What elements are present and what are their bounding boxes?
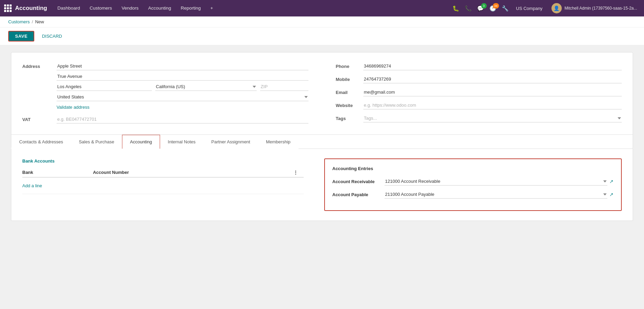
address-fields: California (US) United States Validate a… xyxy=(57,62,308,111)
clock-badge: 34 xyxy=(493,3,499,9)
avatar: 👤 xyxy=(551,3,562,13)
app-title: Accounting xyxy=(15,5,47,12)
grid-icon xyxy=(4,4,12,12)
address-label: Address xyxy=(22,62,57,69)
add-bank-line-link[interactable]: Add a line xyxy=(22,180,42,191)
website-input[interactable] xyxy=(363,101,622,109)
accounting-entries-title: Accounting Entries xyxy=(332,166,614,171)
zip-input[interactable] xyxy=(260,83,308,91)
user-name: Mitchell Admin (17397560-saas-15-2a... xyxy=(564,6,637,11)
phone-label: Phone xyxy=(336,64,363,69)
nav-icons: 🐛 📞 💬 3 🕐 34 🔧 US Company 👤 Mitchell Adm… xyxy=(451,2,640,15)
wrench-icon-btn[interactable]: 🔧 xyxy=(500,4,510,13)
form-card: Address California (US) xyxy=(11,52,633,149)
contact-section: Phone Mobile Email Website Tags xyxy=(336,62,622,128)
account-receivable-select[interactable]: 121000 Account Receivable xyxy=(385,177,608,186)
account-receivable-external-link-icon[interactable]: ↗ xyxy=(609,179,613,184)
website-row: Website xyxy=(336,101,622,109)
nav-customers[interactable]: Customers xyxy=(85,0,117,16)
discard-button[interactable]: DISCARD xyxy=(38,32,65,41)
breadcrumb-separator: / xyxy=(32,19,33,24)
street1-input[interactable] xyxy=(57,62,308,70)
phone-row: Phone xyxy=(336,62,622,70)
breadcrumb-current: New xyxy=(35,19,44,24)
bug-icon-btn[interactable]: 🐛 xyxy=(451,4,461,13)
country-row: United States xyxy=(57,93,308,101)
save-button[interactable]: SAVE xyxy=(8,31,34,41)
nav-plus[interactable]: + xyxy=(206,0,218,16)
mobile-label: Mobile xyxy=(336,77,363,82)
vat-input[interactable] xyxy=(57,115,308,123)
account-payable-select[interactable]: 211000 Account Payable xyxy=(385,190,608,199)
vat-fields xyxy=(57,115,308,123)
account-payable-row: Account Payable 211000 Account Payable ↗ xyxy=(332,190,614,199)
table-row: Add a line xyxy=(22,177,304,194)
city-zip-row: California (US) xyxy=(57,83,308,91)
state-select[interactable]: California (US) xyxy=(155,83,257,91)
website-label: Website xyxy=(336,103,363,108)
account-payable-external-link-icon[interactable]: ↗ xyxy=(609,192,613,197)
tab-internal-notes[interactable]: Internal Notes xyxy=(160,135,204,149)
bank-table: Bank Account Number ⋮ Add a line xyxy=(22,168,304,194)
nav-dashboard[interactable]: Dashboard xyxy=(53,0,85,16)
nav-items: Dashboard Customers Vendors Accounting R… xyxy=(53,0,451,16)
vat-row: VAT xyxy=(22,115,308,123)
bank-accounts-section: Bank Accounts Bank Account Number ⋮ Add … xyxy=(22,158,304,211)
nav-reporting[interactable]: Reporting xyxy=(176,0,206,16)
user-menu[interactable]: 👤 Mitchell Admin (17397560-saas-15-2a... xyxy=(549,2,640,15)
accounting-entries-section: Accounting Entries Account Receivable 12… xyxy=(324,158,622,211)
app-logo[interactable]: Accounting xyxy=(4,4,47,12)
tags-select[interactable]: Tags... xyxy=(363,114,622,122)
top-navigation: Accounting Dashboard Customers Vendors A… xyxy=(0,0,644,16)
bank-col-bank: Bank xyxy=(22,168,93,177)
tab-partner-assignment[interactable]: Partner Assignment xyxy=(204,135,258,149)
account-receivable-wrap: 121000 Account Receivable ↗ xyxy=(385,177,614,186)
tab-content-accounting: Bank Accounts Bank Account Number ⋮ Add … xyxy=(11,149,633,221)
messages-badge: 3 xyxy=(481,3,487,9)
breadcrumb: Customers / New xyxy=(0,16,644,27)
vat-label: VAT xyxy=(22,115,57,122)
phone-input[interactable] xyxy=(363,62,622,70)
city-input[interactable] xyxy=(57,83,152,91)
breadcrumb-parent[interactable]: Customers xyxy=(8,19,30,24)
clock-icon-btn[interactable]: 🕐 34 xyxy=(488,4,498,13)
address-section: Address California (US) xyxy=(22,62,308,128)
tags-row: Tags Tags... xyxy=(336,114,622,122)
tabs-row: Contacts & Addresses Sales & Purchase Ac… xyxy=(11,134,633,148)
account-payable-label: Account Payable xyxy=(332,192,380,197)
address-row: Address California (US) xyxy=(22,62,308,111)
bank-col-actions: ⋮ xyxy=(293,168,304,177)
toolbar: SAVE DISCARD xyxy=(0,27,644,45)
mobile-row: Mobile xyxy=(336,75,622,83)
phone-icon-btn[interactable]: 📞 xyxy=(463,4,473,13)
email-row: Email xyxy=(336,88,622,96)
street2-input[interactable] xyxy=(57,72,308,81)
nav-accounting[interactable]: Accounting xyxy=(143,0,176,16)
account-receivable-label: Account Receivable xyxy=(332,179,380,184)
main-content: Address California (US) xyxy=(0,45,644,309)
email-input[interactable] xyxy=(363,88,622,96)
account-payable-wrap: 211000 Account Payable ↗ xyxy=(385,190,614,199)
country-select[interactable]: United States xyxy=(57,93,308,101)
bank-col-account-number: Account Number xyxy=(93,168,293,177)
nav-vendors[interactable]: Vendors xyxy=(117,0,144,16)
tab-sales-purchase[interactable]: Sales & Purchase xyxy=(71,135,122,149)
address-contact-grid: Address California (US) xyxy=(22,62,622,128)
validate-address-link[interactable]: Validate address xyxy=(57,103,308,111)
account-receivable-row: Account Receivable 121000 Account Receiv… xyxy=(332,177,614,186)
email-label: Email xyxy=(336,90,363,95)
tab-membership[interactable]: Membership xyxy=(258,135,299,149)
messages-icon-btn[interactable]: 💬 3 xyxy=(476,4,485,13)
company-selector[interactable]: US Company xyxy=(513,4,546,12)
company-name: US Company xyxy=(516,6,543,11)
tab-contacts-addresses[interactable]: Contacts & Addresses xyxy=(11,135,71,149)
mobile-input[interactable] xyxy=(363,75,622,83)
tags-label: Tags xyxy=(336,116,363,121)
tab-accounting[interactable]: Accounting xyxy=(122,135,160,149)
bank-accounts-label: Bank Accounts xyxy=(22,158,304,164)
